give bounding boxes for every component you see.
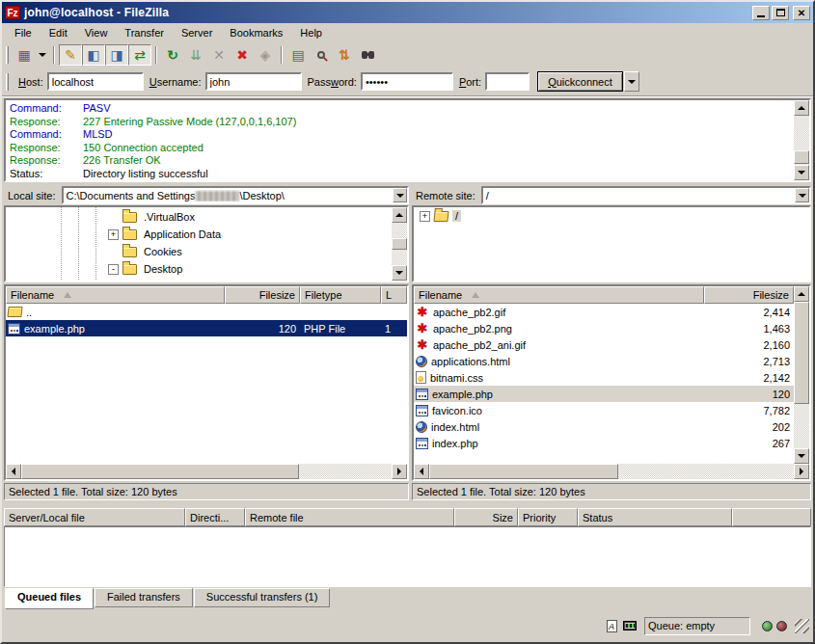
minimize-button[interactable] <box>752 6 770 20</box>
scroll-thumb[interactable] <box>794 150 809 164</box>
scroll-down-button[interactable] <box>794 448 809 464</box>
host-input[interactable] <box>47 72 144 91</box>
scroll-down-button[interactable] <box>794 165 809 180</box>
quickconnect-button[interactable]: Quickconnect <box>537 71 623 92</box>
file-row[interactable]: favicon.ico7,782 <box>414 402 794 418</box>
tab-failed-transfers[interactable]: Failed transfers <box>95 588 193 607</box>
transfer-type-indicator[interactable]: A <box>604 619 619 633</box>
filter-button[interactable]: ▤ <box>286 44 310 66</box>
remote-tree[interactable]: +/ <box>412 205 811 282</box>
file-row-selected[interactable]: example.php 120 PHP File 1 <box>6 320 407 336</box>
password-input[interactable] <box>361 72 453 91</box>
toggle-local-tree-button[interactable]: ◧ <box>82 44 105 66</box>
column-filename[interactable]: Filename <box>414 286 704 304</box>
column-server-local-file[interactable]: Server/Local file <box>4 508 185 526</box>
queue-list[interactable] <box>4 526 811 587</box>
compare-button[interactable] <box>310 44 333 66</box>
port-input[interactable] <box>485 72 530 91</box>
toggle-message-log-button[interactable]: ✎ <box>59 44 82 66</box>
disconnect-button[interactable]: ✖ <box>231 44 254 66</box>
scroll-track[interactable] <box>794 302 809 448</box>
local-tree-scrollbar[interactable] <box>392 207 407 281</box>
tree-item[interactable]: +Application Data <box>6 226 407 243</box>
column-priority[interactable]: Priority <box>518 508 578 526</box>
tree-item[interactable]: Cookies <box>6 243 407 260</box>
scroll-right-button[interactable] <box>794 464 809 479</box>
cancel-operation-button[interactable]: ✕ <box>207 44 231 66</box>
toggle-queue-button[interactable]: ⇄ <box>128 44 151 66</box>
file-row[interactable]: apache_pb2_ani.gif2,160 <box>414 336 794 353</box>
remote-list-body[interactable]: apache_pb2.gif2,414 apache_pb2.png1,463 … <box>414 304 794 464</box>
expander-icon[interactable]: + <box>108 229 119 240</box>
close-button[interactable] <box>793 6 810 20</box>
column-filesize[interactable]: Filesize <box>704 286 794 304</box>
file-row[interactable]: applications.html2,713 <box>414 353 794 369</box>
local-path-combobox[interactable]: C:\Documents and Settings\Desktop\ <box>62 186 409 204</box>
log-scrollbar[interactable] <box>794 100 809 180</box>
file-row[interactable]: apache_pb2.png1,463 <box>414 320 794 336</box>
message-log[interactable]: Command:PASV Response:227 Entering Passi… <box>4 98 811 182</box>
column-lastmodified[interactable]: L <box>381 286 407 304</box>
file-row-selected[interactable]: example.php120 <box>414 386 794 402</box>
site-manager-button[interactable]: ▦ <box>13 44 36 66</box>
menu-view[interactable]: View <box>76 25 117 40</box>
local-list-hscrollbar[interactable] <box>6 464 407 479</box>
scroll-track[interactable] <box>21 464 392 479</box>
scroll-left-button[interactable] <box>414 464 429 479</box>
scroll-track[interactable] <box>392 223 407 265</box>
reconnect-button[interactable]: ◈ <box>254 44 277 66</box>
quickbar-gripper[interactable] <box>6 73 9 91</box>
file-row[interactable]: apache_pb2.gif2,414 <box>414 304 794 320</box>
tree-item-label[interactable]: .VirtualBox <box>141 211 198 223</box>
local-list-body[interactable]: .. example.php 120 PHP File 1 <box>6 304 407 464</box>
local-path-dropdown[interactable] <box>393 188 407 202</box>
tree-item[interactable]: -Desktop <box>6 260 407 278</box>
quickconnect-dropdown[interactable] <box>624 71 639 92</box>
encryption-indicator[interactable] <box>622 619 638 633</box>
refresh-button[interactable]: ↻ <box>161 44 184 66</box>
file-row[interactable]: index.php267 <box>414 435 794 451</box>
file-row[interactable]: .. <box>6 304 407 320</box>
scroll-thumb[interactable] <box>21 464 299 479</box>
menu-file[interactable]: File <box>6 25 41 40</box>
menu-transfer[interactable]: Transfer <box>116 25 173 40</box>
scroll-thumb[interactable] <box>794 302 809 404</box>
remote-path-combobox[interactable]: / <box>481 186 811 204</box>
menu-help[interactable]: Help <box>291 25 331 40</box>
tree-item[interactable]: .VirtualBox <box>6 208 407 226</box>
column-filename[interactable]: Filename <box>6 286 225 304</box>
sync-browse-button[interactable]: ⇅ <box>333 44 356 66</box>
scroll-track[interactable] <box>794 116 809 165</box>
scroll-up-button[interactable] <box>392 207 407 223</box>
username-input[interactable] <box>205 72 302 91</box>
expander-icon[interactable]: - <box>108 264 119 275</box>
column-direction[interactable]: Directi... <box>185 508 245 526</box>
toolbar-gripper[interactable] <box>6 46 9 64</box>
toggle-remote-tree-button[interactable]: ◨ <box>105 44 128 66</box>
remote-list-scrollbar[interactable] <box>794 286 809 464</box>
column-size[interactable]: Size <box>454 508 518 526</box>
tree-item-label[interactable]: / <box>452 210 461 222</box>
tree-item-label[interactable]: Cookies <box>141 246 185 257</box>
file-row[interactable]: bitnami.css2,142 <box>414 369 794 386</box>
find-files-button[interactable] <box>356 44 379 66</box>
scroll-left-button[interactable] <box>6 464 21 479</box>
tree-item-label[interactable]: Desktop <box>141 263 185 275</box>
remote-list-hscrollbar[interactable] <box>414 464 809 479</box>
column-status[interactable]: Status <box>578 508 732 526</box>
scroll-thumb[interactable] <box>392 238 407 250</box>
menu-server[interactable]: Server <box>173 25 221 40</box>
title-bar[interactable]: Fz john@localhost - FileZilla <box>2 2 813 23</box>
scroll-up-button[interactable] <box>794 286 809 302</box>
site-manager-dropdown[interactable] <box>36 44 49 66</box>
process-queue-button[interactable]: ⇊ <box>184 44 207 66</box>
column-remote-file[interactable]: Remote file <box>245 508 454 526</box>
column-filesize[interactable]: Filesize <box>225 286 300 304</box>
tab-successful-transfers[interactable]: Successful transfers (1) <box>194 588 331 607</box>
menu-edit[interactable]: Edit <box>41 25 76 40</box>
scroll-track[interactable] <box>429 464 794 479</box>
scroll-thumb[interactable] <box>429 464 618 479</box>
expander-icon[interactable]: + <box>420 211 430 222</box>
scroll-up-button[interactable] <box>794 100 809 116</box>
tab-queued-files[interactable]: Queued files <box>5 588 94 609</box>
